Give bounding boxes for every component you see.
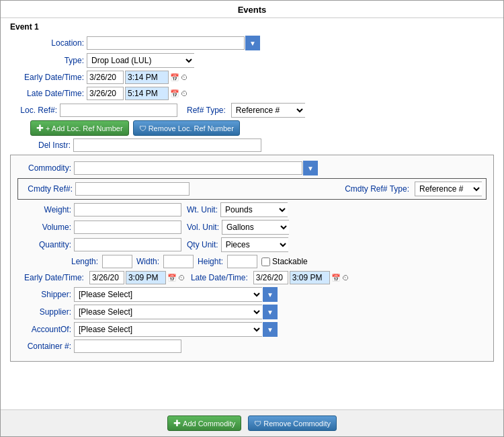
- late-clock-icon[interactable]: ⏲: [181, 89, 188, 97]
- late-time-input[interactable]: [125, 87, 169, 100]
- account-of-label: AccountOf:: [17, 325, 71, 334]
- container-input[interactable]: [74, 340, 181, 353]
- qty-unit-select[interactable]: Pieces Pallets Cases: [221, 237, 288, 252]
- commodity-input[interactable]: [74, 161, 302, 175]
- plus-icon: ✚: [36, 123, 44, 133]
- page-title: Events: [1, 1, 503, 18]
- shield-icon: 🛡: [139, 124, 146, 132]
- supplier-select[interactable]: [Please Select] Option A: [74, 305, 262, 319]
- add-commodity-btn[interactable]: ✚ Add Commodity: [167, 415, 241, 431]
- shipper-dropdown-btn[interactable]: ▼: [263, 287, 278, 302]
- shipper-select[interactable]: [Please Select] Option A: [74, 287, 262, 302]
- wt-unit-label: Wt. Unit:: [187, 205, 218, 214]
- del-instr-label: Del Instr:: [10, 141, 71, 150]
- type-label: Type:: [10, 56, 84, 65]
- quantity-input[interactable]: [74, 238, 181, 251]
- loc-ref-input[interactable]: [60, 104, 177, 117]
- quantity-label: Quantity:: [17, 240, 71, 249]
- remove-loc-ref-label: Remove Loc. Ref Number: [149, 124, 234, 132]
- shipper-label: Shipper:: [17, 290, 71, 299]
- length-input[interactable]: [102, 255, 132, 268]
- late-calendar-icon[interactable]: 📅: [170, 89, 179, 98]
- location-label: Location:: [10, 38, 84, 48]
- cmdty-late-date-input[interactable]: [253, 271, 288, 284]
- volume-label: Volume:: [17, 223, 71, 232]
- container-label: Container #:: [17, 342, 71, 351]
- late-date-input[interactable]: [87, 87, 124, 100]
- height-input[interactable]: [227, 255, 257, 268]
- cmdty-early-time-input[interactable]: [126, 271, 166, 284]
- late-datetime-label: Late Date/Time:: [10, 89, 84, 98]
- weight-input[interactable]: [74, 203, 181, 216]
- remove-commodity-btn[interactable]: 🛡 Remove Commodity: [248, 415, 337, 431]
- vol-unit-label: Vol. Unit:: [187, 223, 219, 232]
- vol-unit-select[interactable]: Gallons Liters: [222, 220, 289, 235]
- stackable-checkbox-label[interactable]: Stackable: [261, 257, 308, 266]
- length-label: Length:: [71, 257, 98, 266]
- cmdty-late-clock-icon[interactable]: ⏲: [342, 274, 349, 282]
- remove-loc-ref-btn[interactable]: 🛡 Remove Loc. Ref Number: [133, 120, 240, 136]
- commodity-dropdown-btn[interactable]: ▼: [303, 161, 318, 175]
- early-date-input[interactable]: [87, 71, 124, 84]
- add-loc-ref-btn[interactable]: ✚ + Add Loc. Ref Number: [30, 120, 129, 136]
- early-calendar-icon[interactable]: 📅: [170, 73, 179, 82]
- stackable-label: Stackable: [272, 257, 308, 266]
- event-label: Event 1: [10, 22, 494, 32]
- add-commodity-plus-icon: ✚: [173, 418, 181, 428]
- add-loc-ref-label: + Add Loc. Ref Number: [46, 124, 123, 132]
- supplier-label: Supplier:: [17, 307, 71, 317]
- supplier-dropdown-btn[interactable]: ▼: [263, 305, 278, 319]
- wt-unit-select[interactable]: Pounds Kilograms: [220, 202, 288, 217]
- remove-commodity-shield-icon: 🛡: [254, 420, 261, 428]
- early-clock-icon[interactable]: ⏲: [181, 73, 188, 81]
- bottom-btn-row: ✚ Add Commodity 🛡 Remove Commodity: [1, 409, 503, 436]
- early-datetime-label: Early Date/Time:: [10, 73, 84, 82]
- cmdty-ref-type-label: Cmdty Ref# Type:: [345, 184, 409, 194]
- cmdty-ref-row: Cmdty Ref#: Cmdty Ref# Type: Reference #…: [17, 178, 487, 200]
- cmdty-early-date-input[interactable]: [89, 271, 124, 284]
- remove-commodity-label: Remove Commodity: [263, 420, 331, 428]
- account-of-dropdown-btn[interactable]: ▼: [263, 322, 278, 337]
- stackable-checkbox[interactable]: [261, 257, 270, 266]
- location-input[interactable]: [87, 36, 245, 50]
- ref-type-select[interactable]: Reference # PO Number BOL Number: [231, 103, 305, 118]
- cmdty-ref-type-select[interactable]: Reference # PO Number BOL Number: [415, 182, 482, 196]
- add-commodity-label: Add Commodity: [183, 420, 235, 428]
- cmdty-early-clock-icon[interactable]: ⏲: [178, 274, 185, 282]
- cmdty-ref-label: Cmdty Ref#:: [22, 184, 73, 194]
- location-dropdown-btn[interactable]: ▼: [245, 36, 260, 50]
- width-label: Width:: [136, 257, 159, 266]
- commodity-label: Commodity:: [17, 163, 71, 173]
- weight-label: Weight:: [17, 205, 71, 214]
- type-select[interactable]: Drop Load (LUL) Pick Up Drop Off: [87, 53, 194, 68]
- cmdty-early-datetime-label: Early Date/Time:: [24, 273, 84, 282]
- account-of-select[interactable]: [Please Select] Option A: [74, 322, 262, 337]
- loc-ref-label: Loc. Ref#:: [10, 106, 57, 115]
- cmdty-early-calendar-icon[interactable]: 📅: [167, 274, 177, 282]
- cmdty-late-calendar-icon[interactable]: 📅: [331, 274, 341, 282]
- commodity-box: Commodity: ▼ Cmdty Ref#: Cmdty Ref# Type…: [10, 155, 494, 362]
- qty-unit-label: Qty Unit:: [187, 240, 218, 249]
- ref-type-label: Ref# Type:: [187, 106, 226, 115]
- cmdty-late-time-input[interactable]: [290, 271, 330, 284]
- height-label: Height:: [198, 257, 223, 266]
- early-time-input[interactable]: [125, 71, 169, 84]
- volume-input[interactable]: [74, 221, 181, 234]
- width-input[interactable]: [163, 255, 194, 268]
- cmdty-late-datetime-label: Late Date/Time:: [191, 273, 248, 282]
- cmdty-ref-input[interactable]: [75, 182, 190, 196]
- del-instr-input[interactable]: [73, 138, 261, 152]
